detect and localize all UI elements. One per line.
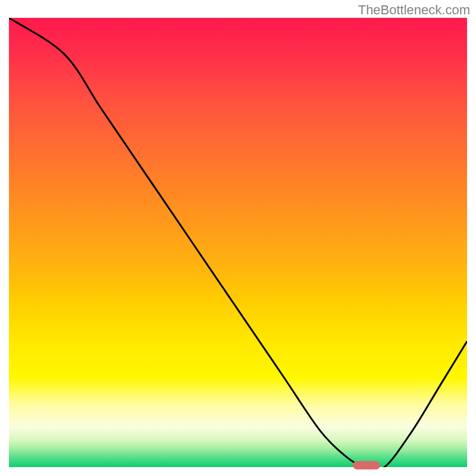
- watermark-text: TheBottleneck.com: [358, 2, 470, 18]
- chart-plot-area: [9, 18, 467, 467]
- bottleneck-curve: [9, 18, 467, 467]
- optimal-marker: [353, 461, 380, 469]
